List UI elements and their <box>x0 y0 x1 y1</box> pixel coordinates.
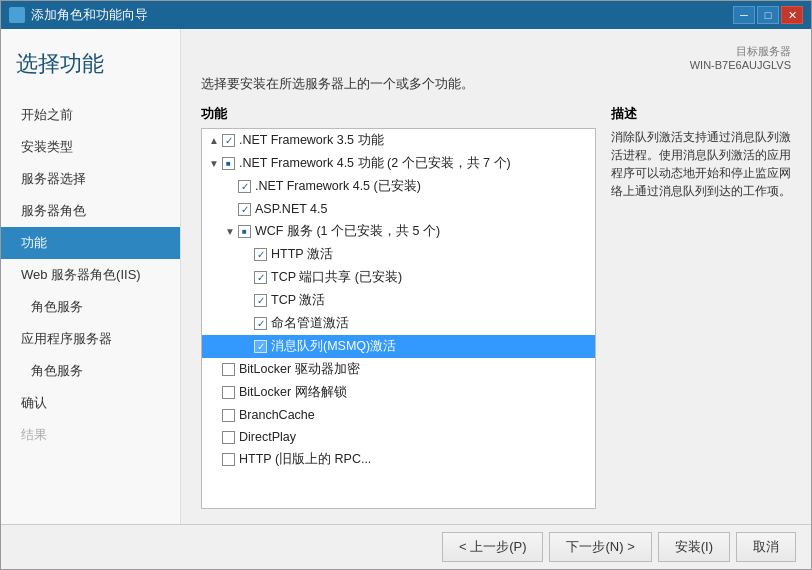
checkbox-bitlocker-net[interactable] <box>222 386 235 399</box>
checkbox-named-pipe[interactable] <box>254 317 267 330</box>
tree-label-bitlocker: BitLocker 驱动器加密 <box>239 361 360 378</box>
install-button[interactable]: 安装(I) <box>658 532 730 562</box>
two-column-layout: 功能 ▲ .NET Framework 3.5 功能 ▼ <box>201 105 791 509</box>
main-description: 选择要安装在所选服务器上的一个或多个功能。 <box>201 75 791 93</box>
checkbox-net45[interactable] <box>222 157 235 170</box>
checkbox-wcf[interactable] <box>238 225 251 238</box>
tree-label-aspnet45: ASP.NET 4.5 <box>255 202 328 216</box>
checkbox-tcp-port[interactable] <box>254 271 267 284</box>
tree-label-branchcache: BranchCache <box>239 408 315 422</box>
tree-label-tcp-port: TCP 端口共享 (已安装) <box>271 269 402 286</box>
main-panel: 目标服务器 WIN-B7E6AUJGLVS 选择要安装在所选服务器上的一个或多个… <box>181 29 811 524</box>
target-server-info: 目标服务器 WIN-B7E6AUJGLVS <box>690 44 791 71</box>
expand-http-icon <box>238 247 254 263</box>
nav-app-server[interactable]: 应用程序服务器 <box>1 323 180 355</box>
tree-label-net45: .NET Framework 4.5 功能 (2 个已安装，共 7 个) <box>239 155 511 172</box>
expand-net45-base-icon <box>222 179 238 195</box>
tree-item-tcp-port[interactable]: TCP 端口共享 (已安装) <box>202 266 595 289</box>
app-icon <box>9 7 25 23</box>
expand-net35-icon[interactable]: ▲ <box>206 133 222 149</box>
close-button[interactable]: ✕ <box>781 6 803 24</box>
tree-item-http[interactable]: HTTP 激活 <box>202 243 595 266</box>
tree-label-named-pipe: 命名管道激活 <box>271 315 349 332</box>
minimize-button[interactable]: ─ <box>733 6 755 24</box>
next-button[interactable]: 下一步(N) > <box>549 532 651 562</box>
nav-confirm[interactable]: 确认 <box>1 387 180 419</box>
left-panel: 选择功能 开始之前 安装类型 服务器选择 服务器角色 功能 Web 服务器角色(… <box>1 29 181 524</box>
nav-features[interactable]: 功能 <box>1 227 180 259</box>
expand-named-pipe-icon <box>238 316 254 332</box>
tree-item-net45[interactable]: ▼ .NET Framework 4.5 功能 (2 个已安装，共 7 个) <box>202 152 595 175</box>
target-server-header: 目标服务器 WIN-B7E6AUJGLVS <box>201 44 791 71</box>
tree-label-msmq: 消息队列(MSMQ)激活 <box>271 338 396 355</box>
desc-text: 消除队列激活支持通过消息队列激活进程。使用消息队列激活的应用程序可以动态地开始和… <box>611 128 791 200</box>
titlebar-left: 添加角色和功能向导 <box>9 6 148 24</box>
tree-label-wcf: WCF 服务 (1 个已安装，共 5 个) <box>255 223 440 240</box>
tree-label-directplay: DirectPlay <box>239 430 296 444</box>
checkbox-aspnet45[interactable] <box>238 203 251 216</box>
expand-bitlocker-icon <box>206 362 222 378</box>
expand-directplay-icon <box>206 429 222 445</box>
tree-label-net35: .NET Framework 3.5 功能 <box>239 132 384 149</box>
main-window: 添加角色和功能向导 ─ □ ✕ 选择功能 开始之前 安装类型 服务器选择 服务器… <box>0 0 812 570</box>
expand-tcp-port-icon <box>238 270 254 286</box>
footer: < 上一步(P) 下一步(N) > 安装(I) 取消 <box>1 524 811 569</box>
tree-item-wcf[interactable]: ▼ WCF 服务 (1 个已安装，共 5 个) <box>202 220 595 243</box>
tree-item-directplay[interactable]: DirectPlay <box>202 426 595 448</box>
titlebar: 添加角色和功能向导 ─ □ ✕ <box>1 1 811 29</box>
description-column: 描述 消除队列激活支持通过消息队列激活进程。使用消息队列激活的应用程序可以动态地… <box>611 105 791 509</box>
expand-branchcache-icon <box>206 407 222 423</box>
desc-label: 描述 <box>611 105 791 123</box>
checkbox-directplay[interactable] <box>222 431 235 444</box>
tree-item-net35[interactable]: ▲ .NET Framework 3.5 功能 <box>202 129 595 152</box>
checkbox-branchcache[interactable] <box>222 409 235 422</box>
target-label: 目标服务器 <box>690 44 791 59</box>
checkbox-net45-base[interactable] <box>238 180 251 193</box>
checkbox-net35[interactable] <box>222 134 235 147</box>
tree-item-msmq[interactable]: 消息队列(MSMQ)激活 <box>202 335 595 358</box>
tree-item-bitlocker[interactable]: BitLocker 驱动器加密 <box>202 358 595 381</box>
content-area: 选择功能 开始之前 安装类型 服务器选择 服务器角色 功能 Web 服务器角色(… <box>1 29 811 524</box>
cancel-button[interactable]: 取消 <box>736 532 796 562</box>
checkbox-msmq[interactable] <box>254 340 267 353</box>
page-title: 选择功能 <box>1 49 180 99</box>
expand-aspnet45-icon <box>222 201 238 217</box>
nav-role-services-2[interactable]: 角色服务 <box>1 355 180 387</box>
tree-label-net45-base: .NET Framework 4.5 (已安装) <box>255 178 421 195</box>
tree-item-bitlocker-net[interactable]: BitLocker 网络解锁 <box>202 381 595 404</box>
features-label: 功能 <box>201 105 596 123</box>
expand-msmq-icon <box>238 339 254 355</box>
nav-server-select[interactable]: 服务器选择 <box>1 163 180 195</box>
tree-label-bitlocker-net: BitLocker 网络解锁 <box>239 384 347 401</box>
tree-item-aspnet45[interactable]: ASP.NET 4.5 <box>202 198 595 220</box>
nav-server-roles[interactable]: 服务器角色 <box>1 195 180 227</box>
expand-wcf-icon[interactable]: ▼ <box>222 224 238 240</box>
features-tree[interactable]: ▲ .NET Framework 3.5 功能 ▼ .NET Framework… <box>201 128 596 509</box>
tree-label-http-rpc: HTTP (旧版上的 RPC... <box>239 451 371 468</box>
tree-item-tcp[interactable]: TCP 激活 <box>202 289 595 312</box>
tree-item-net45-base[interactable]: .NET Framework 4.5 (已安装) <box>202 175 595 198</box>
features-column: 功能 ▲ .NET Framework 3.5 功能 ▼ <box>201 105 596 509</box>
checkbox-http[interactable] <box>254 248 267 261</box>
nav-before-start[interactable]: 开始之前 <box>1 99 180 131</box>
window-title: 添加角色和功能向导 <box>31 6 148 24</box>
checkbox-bitlocker[interactable] <box>222 363 235 376</box>
tree-item-http-rpc[interactable]: HTTP (旧版上的 RPC... <box>202 448 595 471</box>
target-server-name: WIN-B7E6AUJGLVS <box>690 59 791 71</box>
nav-web-server[interactable]: Web 服务器角色(IIS) <box>1 259 180 291</box>
tree-item-branchcache[interactable]: BranchCache <box>202 404 595 426</box>
tree-item-named-pipe[interactable]: 命名管道激活 <box>202 312 595 335</box>
nav-role-services-1[interactable]: 角色服务 <box>1 291 180 323</box>
expand-bitlocker-net-icon <box>206 385 222 401</box>
nav-install-type[interactable]: 安装类型 <box>1 131 180 163</box>
expand-tcp-icon <box>238 293 254 309</box>
checkbox-http-rpc[interactable] <box>222 453 235 466</box>
tree-label-http: HTTP 激活 <box>271 246 333 263</box>
checkbox-tcp[interactable] <box>254 294 267 307</box>
back-button[interactable]: < 上一步(P) <box>442 532 544 562</box>
expand-http-rpc-icon <box>206 452 222 468</box>
tree-label-tcp: TCP 激活 <box>271 292 325 309</box>
nav-results: 结果 <box>1 419 180 451</box>
expand-net45-icon[interactable]: ▼ <box>206 156 222 172</box>
maximize-button[interactable]: □ <box>757 6 779 24</box>
